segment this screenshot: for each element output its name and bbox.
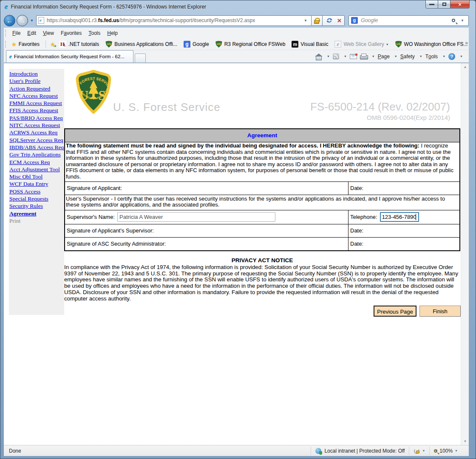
search-placeholder: Google <box>361 17 452 23</box>
stop-button[interactable]: × <box>337 17 341 24</box>
sidebar-link-action-requested[interactable]: Action Requested <box>9 85 64 92</box>
sidebar-link-introduction[interactable]: Introduction <box>9 70 64 77</box>
address-bar[interactable]: https://sxabqsql001.r3.fs.fed.us/bfm/pro… <box>36 15 312 26</box>
vertical-scrollbar[interactable]: ▲ ▼ <box>461 63 469 445</box>
tab-title: Financial Information Security Request F… <box>14 54 125 59</box>
page-menu[interactable]: Page <box>378 54 390 60</box>
finish-button[interactable]: Finish <box>419 306 461 317</box>
menu-item-view[interactable]: View <box>40 28 57 38</box>
agreement-statement: The following statement must be read and… <box>65 142 459 181</box>
forest-service-logo: FOREST SERVICE DEPARTMENT OF AGRICULTURE… <box>74 70 113 116</box>
safety-menu[interactable]: Safety <box>400 54 415 60</box>
minimize-button[interactable] <box>425 0 438 8</box>
protected-mode-dropdown-icon[interactable]: ▼ <box>422 449 425 452</box>
favorite-link-label: .NET tutorials <box>68 41 99 47</box>
sidebar-link-wcf-data-entry[interactable]: WCF Data Entry <box>9 180 64 187</box>
search-icon[interactable] <box>452 19 455 22</box>
sidebar-link-gov-trip-applications[interactable]: Gov Trip Applications <box>9 151 64 158</box>
help-icon[interactable]: ? <box>448 53 455 60</box>
command-bar: ▼ ▼ ▼ Page ▼ Safety ▼ Tools ▼ ? ▼ <box>315 50 469 62</box>
menu-item-tools[interactable]: Tools <box>85 28 104 38</box>
menu-item-favorites[interactable]: Favorites <box>57 28 85 38</box>
sidebar-link-ffis-access-request[interactable]: FFIS Access Request <box>9 107 64 114</box>
menu-item-file[interactable]: File <box>9 28 24 38</box>
favorite-link-label: Google <box>193 41 209 47</box>
favorites-overflow-chevron-icon[interactable]: » <box>465 40 468 46</box>
agreement-table: Agreement The following statement must b… <box>64 128 460 251</box>
sidebar-link-acrws-access-req[interactable]: ACRWS Access Req <box>9 129 64 136</box>
print-icon[interactable] <box>360 54 367 59</box>
back-button[interactable]: ← <box>4 15 15 26</box>
recent-pages-dropdown-icon[interactable]: ▼ <box>30 19 34 23</box>
zoom-dropdown-icon[interactable]: ▼ <box>455 449 458 452</box>
sidebar-link-special-requests[interactable]: Special Requests <box>9 195 64 202</box>
zoom-section[interactable]: + 100% ▼ <box>430 445 462 456</box>
new-tab-button[interactable] <box>135 54 146 62</box>
status-text: Done <box>4 448 311 454</box>
tools-dropdown-icon: ▼ <box>442 55 445 58</box>
menu-item-edit[interactable]: Edit <box>24 28 40 38</box>
protected-mode-section[interactable]: ▼ <box>409 445 429 456</box>
fs-shield-icon <box>215 41 222 48</box>
fs-shield-icon <box>395 41 402 48</box>
page-icon <box>38 17 44 24</box>
refresh-button[interactable] <box>326 17 333 24</box>
favorites-star-icon: ★ <box>11 41 17 48</box>
sidebar-link-sqlserver-access-req[interactable]: SQLServer Access Req <box>9 136 64 144</box>
favorite-link-label: Business Applications Offi... <box>114 41 177 47</box>
sidebar-link-agreement[interactable]: Agreement <box>9 210 64 217</box>
tab-bar: e Financial Information Security Request… <box>4 50 469 63</box>
print-dropdown-icon[interactable]: ▼ <box>372 55 375 58</box>
favorite-link[interactable]: R3 Regional Office FSWeb <box>215 41 286 48</box>
tab-active[interactable]: e Financial Information Security Request… <box>6 50 133 62</box>
close-button[interactable]: × <box>450 0 470 8</box>
favorite-link[interactable]: Business Applications Offi... <box>105 41 177 48</box>
sidebar-link-misc-obl-tool[interactable]: Misc Obl Tool <box>9 173 64 180</box>
search-dropdown-icon[interactable]: ▼ <box>459 19 466 23</box>
signature-of-asc-admin-label: Signature of ASC Security Administrator: <box>65 238 348 250</box>
intranet-globe-icon <box>315 448 321 454</box>
sidebar-link-security-rules[interactable]: Security Rules <box>9 202 64 210</box>
resize-grip[interactable] <box>462 450 468 456</box>
sidebar-link-user-s-profile[interactable]: User's Profile <box>9 77 64 85</box>
menu-item-help[interactable]: Help <box>104 28 121 38</box>
feeds-dropdown-icon[interactable]: ▼ <box>344 55 347 58</box>
sidebar-link-acct-adjustment-tool[interactable]: Acct Adjustment Tool <box>9 166 64 173</box>
tools-menu[interactable]: Tools <box>425 54 438 60</box>
security-zone-section: Local intranet | Protected Mode: Off <box>311 445 409 456</box>
table-row: Signature of Applicant: Date: <box>65 181 459 195</box>
feeds-icon[interactable] <box>333 53 339 60</box>
favorite-link[interactable]: mVisual Basic <box>292 41 328 48</box>
favorite-link[interactable]: gGoogle <box>184 41 209 48</box>
favorite-dropdown-icon[interactable]: ▼ <box>386 43 389 46</box>
page-dropdown-icon: ▼ <box>394 55 397 58</box>
forward-button[interactable]: → <box>17 15 28 26</box>
previous-page-button[interactable]: Previous Page <box>374 306 416 317</box>
sidebar-link-ibdb-abs-access-req[interactable]: IBDB/ABS Access Req <box>9 144 64 151</box>
supervisor-name-input[interactable] <box>117 212 275 222</box>
sidebar-link-fmmi-access-request[interactable]: FMMI Access Request <box>9 99 64 107</box>
add-favorite-button[interactable]: ★ <box>50 41 55 48</box>
search-box[interactable]: g Google ▼ <box>348 15 469 26</box>
home-dropdown-icon[interactable]: ▼ <box>327 55 330 58</box>
home-icon[interactable] <box>315 54 322 60</box>
security-lock-button[interactable] <box>312 15 323 26</box>
sidebar-link-nfc-access-request[interactable]: NFC Access Request <box>9 92 64 99</box>
help-dropdown-icon[interactable]: ▼ <box>460 55 463 58</box>
favorite-link[interactable]: .NET tutorials <box>60 41 99 48</box>
favorite-link[interactable]: Web Slice Gallery▼ <box>334 41 388 48</box>
text-caret <box>416 214 416 220</box>
sidebar-link-nitc-access-request[interactable]: NITC Access Request <box>9 122 64 129</box>
sidebar-link-ecm-access-req[interactable]: ECM Access Req <box>9 159 64 166</box>
favorite-link[interactable]: WO Washington Office FS... <box>395 41 468 48</box>
telephone-input[interactable] <box>380 212 419 222</box>
mail-icon[interactable] <box>350 54 357 59</box>
sidebar-link-pas-brio-access-req[interactable]: PAS/BRIO Access Req <box>9 114 64 122</box>
maximize-button[interactable] <box>438 0 450 8</box>
sidebar-link-poss-access[interactable]: POSS Access <box>9 188 64 195</box>
scroll-down-icon[interactable]: ▼ <box>461 438 469 445</box>
address-dropdown-icon[interactable]: ▼ <box>302 19 309 23</box>
scroll-up-icon[interactable]: ▲ <box>461 63 469 71</box>
favorites-button[interactable]: ★ Favorites <box>9 40 43 49</box>
date-label: Date: <box>348 224 459 237</box>
